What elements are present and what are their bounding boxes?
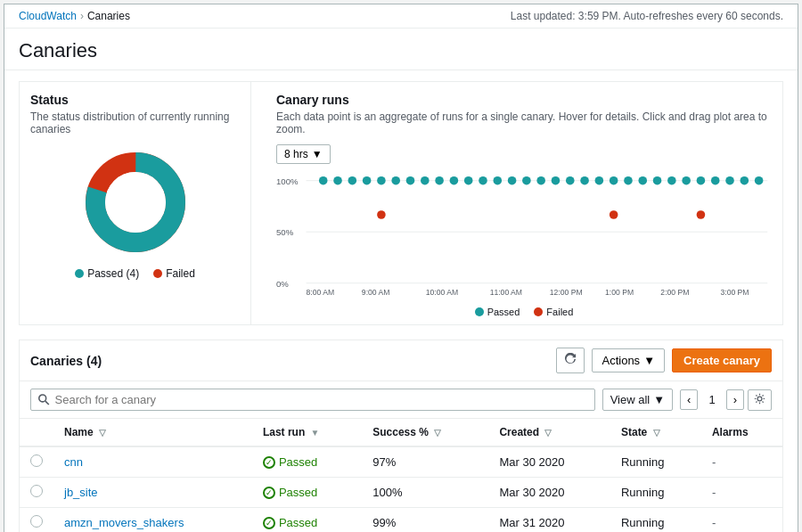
chart-legend-failed: Failed	[534, 307, 573, 317]
svg-point-27	[464, 176, 473, 185]
svg-text:100%: 100%	[276, 176, 299, 186]
svg-point-53	[757, 397, 762, 401]
time-filter-button[interactable]: 8 hrs ▼	[276, 144, 331, 164]
svg-point-25	[435, 176, 444, 185]
create-canary-button[interactable]: Create canary	[672, 348, 772, 372]
chart-legend: Passed Failed	[276, 307, 772, 317]
svg-point-21	[377, 176, 386, 185]
donut-container: Passed (4) Failed	[30, 144, 240, 280]
svg-text:0%: 0%	[276, 279, 289, 289]
search-box[interactable]	[30, 389, 595, 411]
row-name-cell: amzn_movers_shakers	[53, 508, 252, 533]
svg-text:1:00 PM: 1:00 PM	[605, 288, 634, 297]
last-run-sort-icon: ▼	[311, 428, 320, 438]
svg-point-49	[610, 210, 618, 219]
table-row: amzn_movers_shakers ✓ Passed 99% Mar 31 …	[20, 508, 782, 533]
table-title: Canaries (4)	[30, 354, 102, 368]
svg-point-19	[348, 176, 357, 185]
row-state-cell: Running	[610, 446, 701, 478]
svg-point-17	[319, 176, 328, 185]
chart-passed-dot	[475, 307, 484, 316]
svg-text:12:00 PM: 12:00 PM	[550, 288, 583, 297]
th-name[interactable]: Name ▽	[53, 419, 252, 446]
row-radio[interactable]	[30, 485, 43, 497]
time-filter-label: 8 hrs	[284, 148, 308, 160]
row-created-cell: Mar 30 2020	[488, 446, 610, 478]
row-radio[interactable]	[30, 515, 43, 528]
table-settings-button[interactable]	[748, 389, 772, 411]
table-header: Name ▽ Last run ▼ Success % ▽ Created	[20, 419, 782, 446]
th-created[interactable]: Created ▽	[488, 419, 610, 446]
svg-point-2	[105, 172, 166, 233]
next-page-button[interactable]: ›	[726, 389, 744, 410]
chart-failed-label: Failed	[546, 307, 573, 317]
svg-point-34	[566, 176, 575, 185]
svg-point-51	[39, 395, 46, 402]
th-select	[20, 419, 53, 446]
canary-name-link[interactable]: cnn	[64, 455, 83, 469]
svg-point-45	[725, 176, 734, 185]
refresh-icon	[564, 353, 577, 365]
svg-point-50	[697, 210, 706, 219]
row-success-cell: 100%	[362, 478, 488, 508]
actions-label: Actions	[602, 354, 640, 367]
row-alarms-cell: -	[701, 508, 782, 533]
prev-page-button[interactable]: ‹	[680, 389, 698, 410]
passed-check-icon: ✓	[263, 456, 275, 469]
row-state-cell: Running	[610, 478, 701, 508]
svg-point-33	[552, 176, 561, 185]
breadcrumb-cloudwatch[interactable]: CloudWatch	[19, 10, 77, 22]
svg-point-29	[493, 176, 502, 185]
status-panel-title: Status	[30, 93, 240, 107]
canary-runs-title: Canary runs	[276, 93, 772, 107]
table-row: cnn ✓ Passed 97% Mar 30 2020 Running -	[20, 446, 782, 478]
svg-point-40	[653, 176, 662, 185]
row-alarms-cell: -	[701, 478, 782, 508]
svg-text:50%: 50%	[276, 227, 294, 237]
svg-text:9:00 AM: 9:00 AM	[362, 288, 390, 297]
th-last-run[interactable]: Last run ▼	[252, 419, 362, 446]
search-input[interactable]	[55, 393, 587, 406]
svg-point-44	[711, 176, 720, 185]
row-last-run-cell: ✓ Passed	[252, 478, 362, 508]
row-name-cell: jb_site	[53, 478, 252, 508]
th-state[interactable]: State ▽	[610, 419, 701, 446]
svg-point-43	[697, 176, 706, 185]
svg-point-30	[508, 176, 517, 185]
table-header-row: Canaries (4) Actions ▼ Create canary	[20, 340, 782, 381]
view-all-select[interactable]: View all ▼	[602, 389, 673, 411]
breadcrumb-separator: ›	[80, 10, 84, 22]
svg-point-47	[755, 176, 764, 185]
actions-button[interactable]: Actions ▼	[592, 348, 665, 372]
row-success-cell: 97%	[362, 446, 488, 478]
chevron-down-icon: ▼	[643, 354, 655, 367]
svg-line-52	[45, 401, 49, 405]
canary-runs-subtitle: Each data point is an aggregate of runs …	[276, 110, 772, 135]
view-all-chevron: ▼	[653, 393, 665, 406]
row-state-cell: Running	[610, 508, 701, 533]
pagination: ‹ 1 ›	[680, 389, 772, 411]
search-filter-row: View all ▼ ‹ 1 ›	[20, 381, 782, 419]
th-success[interactable]: Success % ▽	[362, 419, 488, 446]
th-alarms: Alarms	[701, 419, 782, 446]
status-panel: Status The status distribution of curren…	[20, 82, 251, 324]
svg-point-32	[536, 176, 545, 185]
svg-text:2:00 PM: 2:00 PM	[660, 288, 689, 297]
legend-failed-label: Failed	[166, 267, 195, 280]
passed-check-icon: ✓	[263, 517, 275, 529]
canary-runs-chart: 100% 50% 0% 8:00 AM 9:00 AM 10:00 AM 11:…	[276, 171, 772, 300]
chevron-down-icon: ▼	[312, 148, 323, 160]
row-last-run-cell: ✓ Passed	[252, 508, 362, 533]
status-panel-subtitle: The status distribution of currently run…	[30, 110, 240, 135]
canary-name-link[interactable]: amzn_movers_shakers	[64, 516, 184, 529]
row-success-cell: 99%	[362, 508, 488, 533]
refresh-button[interactable]	[556, 348, 585, 373]
table-section: Canaries (4) Actions ▼ Create canary	[19, 340, 783, 532]
row-radio[interactable]	[30, 454, 43, 467]
row-last-run-cell: ✓ Passed	[252, 446, 362, 478]
svg-point-28	[479, 176, 487, 185]
created-sort-icon: ▽	[544, 428, 552, 438]
row-last-run-status: ✓ Passed	[263, 455, 351, 469]
canary-name-link[interactable]: jb_site	[64, 486, 98, 499]
row-created-cell: Mar 31 2020	[488, 508, 610, 533]
